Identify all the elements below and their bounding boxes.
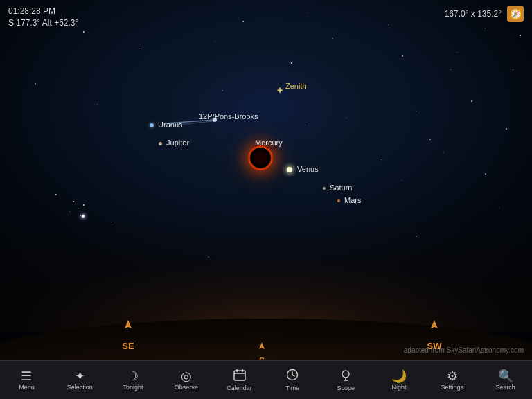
toolbar-settings[interactable]: ⚙ Settings xyxy=(425,361,479,399)
menu-icon: ☰ xyxy=(21,370,32,382)
time-label: Time xyxy=(286,385,300,391)
time-icon xyxy=(286,369,299,383)
toolbar-observe[interactable]: ◎ Observe xyxy=(159,361,213,399)
toolbar-tonight[interactable]: ☽ Tonight xyxy=(107,361,160,399)
venus-label: Venus xyxy=(287,165,319,173)
selection-label: Selection xyxy=(67,384,93,391)
compass-se: SE xyxy=(118,320,139,351)
top-info: 01:28:28 PM S 177.3° Alt +52.3° xyxy=(8,6,78,29)
svg-point-13 xyxy=(292,374,293,375)
scope-icon xyxy=(339,369,352,383)
toolbar-time[interactable]: Time xyxy=(266,361,319,399)
svg-rect-6 xyxy=(234,371,245,380)
svg-marker-5 xyxy=(259,342,265,349)
toolbar-night[interactable]: 🌙 Night xyxy=(373,361,426,399)
observe-icon: ◎ xyxy=(181,370,192,382)
night-label: Night xyxy=(391,384,406,391)
menu-label: Menu xyxy=(19,384,35,391)
attribution: adapted from SkySafariAstronomy.com xyxy=(404,346,524,354)
selection-icon: ✦ xyxy=(75,370,85,382)
top-bar: 01:28:28 PM S 177.3° Alt +52.3° 167.0° x… xyxy=(0,0,532,35)
toolbar-selection[interactable]: ✦ Selection xyxy=(53,361,107,399)
toolbar-menu[interactable]: ☰ Menu xyxy=(0,361,53,399)
compass-icon[interactable]: 🧭 xyxy=(507,6,524,22)
sky-view: + Zenith 12P/Pons-Brooks Uranus Jupiter … xyxy=(0,0,532,360)
svg-marker-3 xyxy=(125,320,132,328)
jupiter-label: Jupiter xyxy=(159,139,189,147)
toolbar-scope[interactable]: Scope xyxy=(319,361,373,399)
pons-brooks-label: 12P/Pons-Brooks xyxy=(199,112,258,121)
night-icon: 🌙 xyxy=(391,370,407,382)
toolbar-calendar[interactable]: Calendar xyxy=(213,361,266,399)
observe-label: Observe xyxy=(175,384,198,391)
svg-marker-4 xyxy=(431,320,438,328)
bottom-toolbar: ☰ Menu ✦ Selection ☽ Tonight ◎ Observe C… xyxy=(0,360,532,399)
fov-display: 167.0° x 135.2° xyxy=(445,9,502,19)
settings-label: Settings xyxy=(441,384,464,391)
mercury-label: Mercury xyxy=(255,139,283,147)
calendar-label: Calendar xyxy=(227,385,252,391)
time-display: 01:28:28 PM xyxy=(8,6,78,17)
mars-label: Mars xyxy=(337,196,362,204)
zenith-label: Zenith xyxy=(285,82,307,90)
calendar-icon xyxy=(233,369,246,383)
saturn-label: Saturn xyxy=(323,184,352,192)
svg-point-14 xyxy=(342,371,349,378)
zenith-cross: + xyxy=(277,85,283,96)
direction-display: S 177.3° Alt +52.3° xyxy=(8,17,78,29)
tonight-label: Tonight xyxy=(123,384,143,391)
tonight-icon: ☽ xyxy=(127,370,139,382)
toolbar-search[interactable]: 🔍 Search xyxy=(479,361,532,399)
compass-s: S xyxy=(255,342,269,360)
uranus-label: Uranus xyxy=(150,121,183,129)
search-icon: 🔍 xyxy=(498,370,513,382)
settings-icon: ⚙ xyxy=(447,370,458,382)
top-right: 167.0° x 135.2° 🧭 xyxy=(445,6,524,22)
search-label: Search xyxy=(495,384,515,391)
scope-label: Scope xyxy=(337,385,355,391)
